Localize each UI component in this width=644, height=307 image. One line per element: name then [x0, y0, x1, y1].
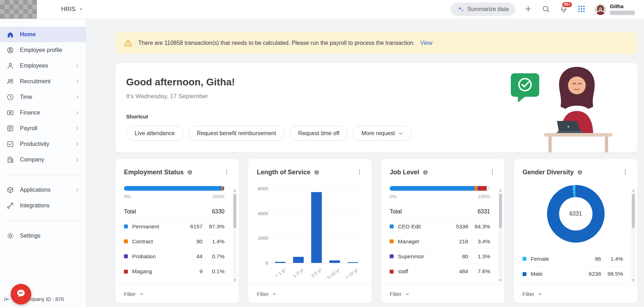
legend-value: 484 [448, 268, 468, 275]
sidebar-item-payroll[interactable]: Payroll [0, 121, 86, 136]
sidebar-item-productivity[interactable]: Productivity [0, 136, 86, 152]
scroll-up-icon[interactable]: ▲ [632, 189, 635, 192]
filter-button[interactable]: Filter [257, 291, 277, 297]
shortcut-request-time-off[interactable]: Request time off [289, 126, 348, 141]
legend-pct: 1.4% [202, 238, 224, 245]
sidebar-item-employee-profile[interactable]: Employee profile [0, 42, 86, 58]
legend-value: 218 [448, 238, 468, 245]
legend-swatch [390, 270, 394, 274]
kebab-menu-icon[interactable] [622, 169, 629, 176]
sidebar-item-label: Payroll [20, 125, 37, 132]
scroll-thumb[interactable] [233, 194, 236, 228]
more-request-button[interactable]: More request [353, 126, 412, 141]
x-axis-tick: 5-10 yr [326, 267, 341, 280]
scroll-up-icon[interactable]: ▲ [233, 189, 236, 192]
chevron-down-icon [78, 6, 84, 12]
x-axis-tick: < 1 yr [274, 267, 286, 279]
sidebar-item-company[interactable]: Company [0, 152, 86, 168]
sidebar-item-applications[interactable]: Applications [0, 182, 86, 198]
scrollbar[interactable]: ▲ ▼ [233, 188, 237, 283]
filter-button[interactable]: Filter [390, 291, 410, 297]
chevron-down-icon [405, 291, 410, 297]
sparkle-icon [457, 6, 464, 13]
filter-button[interactable]: Filter [523, 291, 543, 297]
search-icon [542, 5, 550, 14]
chat-launcher-button[interactable] [11, 284, 31, 305]
legend-label: CEO Edit [398, 223, 421, 230]
legend-row-male: Male623898.5% [523, 266, 623, 281]
scrollbar[interactable]: ▲ ▼ [498, 188, 503, 283]
kebab-menu-icon[interactable] [356, 169, 363, 176]
sidebar-item-home[interactable]: Home [0, 27, 86, 42]
main-content: There are 110858 transaction(s) that nee… [86, 19, 644, 307]
topbar: HRIS Summarize data 99+ Githa [0, 0, 644, 19]
collapse-sidebar-icon[interactable] [3, 296, 10, 303]
module-switcher[interactable]: HRIS [61, 6, 84, 13]
bar-segment-ceo-edit [390, 186, 475, 191]
kebab-menu-icon[interactable] [223, 169, 230, 176]
apps-menu-button[interactable] [577, 5, 586, 14]
banner-view-link[interactable]: View [420, 40, 432, 46]
legend-label: Female [531, 256, 549, 262]
chevron-right-icon [75, 110, 80, 116]
card-footer: Filter [514, 285, 637, 303]
legend-value: 6157 [182, 223, 202, 230]
sidebar-divider [6, 221, 80, 221]
sidebar-item-settings[interactable]: Settings [0, 228, 86, 244]
legend-value: 86 [580, 256, 601, 262]
search-button[interactable] [541, 5, 551, 14]
gender-diversity-donut-wrap: 6331 [523, 176, 629, 252]
chevron-right-icon [75, 141, 80, 147]
add-button[interactable] [524, 5, 533, 14]
integrations-icon [6, 202, 14, 210]
scale-max: 100% [212, 194, 224, 199]
legend-value: 90 [182, 238, 202, 245]
notifications-button[interactable]: 99+ [559, 5, 568, 14]
legend-swatch [124, 239, 128, 243]
filter-button[interactable]: Filter [124, 291, 144, 297]
sidebar-item-time[interactable]: Time [0, 89, 86, 105]
y-axis-tick: 0 [257, 260, 268, 266]
legend-label: Supervisor [398, 253, 424, 260]
kebab-menu-icon[interactable] [489, 169, 496, 176]
scale-row: 0% 100% [124, 194, 224, 199]
scrollbar[interactable]: ▲ ▼ [631, 188, 635, 283]
scroll-down-icon[interactable]: ▼ [632, 279, 635, 282]
scroll-thumb[interactable] [632, 194, 635, 228]
user-menu[interactable]: Githa [595, 4, 635, 15]
card-job-level: Job Level 0% 100% Total 6331 CEO Edit533… [381, 159, 504, 303]
sidebar-item-employees[interactable]: Employees [0, 58, 86, 74]
info-icon[interactable] [577, 169, 583, 175]
card-header: Employment Status [124, 168, 230, 176]
more-request-label: More request [361, 130, 395, 137]
sidebar-item-label: Employee profile [20, 47, 62, 53]
scroll-up-icon[interactable]: ▲ [499, 189, 502, 192]
sidebar-item-integrations[interactable]: Integrations [0, 198, 86, 213]
chevron-down-icon [272, 291, 277, 297]
dashboard-cards: Employment Status 0% 100% Total 6330 Per… [115, 159, 644, 303]
info-icon[interactable] [422, 169, 428, 175]
chevron-right-icon [75, 157, 80, 163]
sidebar-item-recruitment[interactable]: Recruitment [0, 74, 86, 89]
sidebar-item-label: Productivity [20, 141, 49, 147]
summarize-data-button[interactable]: Summarize data [451, 2, 515, 16]
scroll-thumb[interactable] [499, 194, 502, 228]
legend-row-ceo-edit: CEO Edit533884.3% [390, 219, 490, 234]
legend-label: Male [531, 271, 543, 277]
sidebar-item-label: Employees [20, 63, 48, 69]
shortcut-live-attendance[interactable]: Live attendance [126, 126, 183, 141]
chevron-right-icon [75, 79, 80, 84]
scroll-down-icon[interactable]: ▼ [233, 279, 236, 282]
total-value: 6330 [212, 208, 224, 215]
info-icon[interactable] [187, 169, 193, 175]
y-axis-tick: 2000 [257, 235, 268, 241]
employee-profile-icon [6, 46, 14, 54]
chevron-right-icon [75, 187, 80, 193]
info-icon[interactable] [314, 169, 320, 175]
sidebar-item-finance[interactable]: Finance [0, 105, 86, 121]
scroll-down-icon[interactable]: ▼ [499, 279, 502, 282]
shortcut-request-benefit-reimbursement[interactable]: Request benefit reimbursement [188, 126, 285, 141]
x-axis-tick: 3-5 yr [310, 267, 322, 279]
legend-label: staff [398, 268, 408, 275]
sidebar-divider [6, 175, 80, 175]
